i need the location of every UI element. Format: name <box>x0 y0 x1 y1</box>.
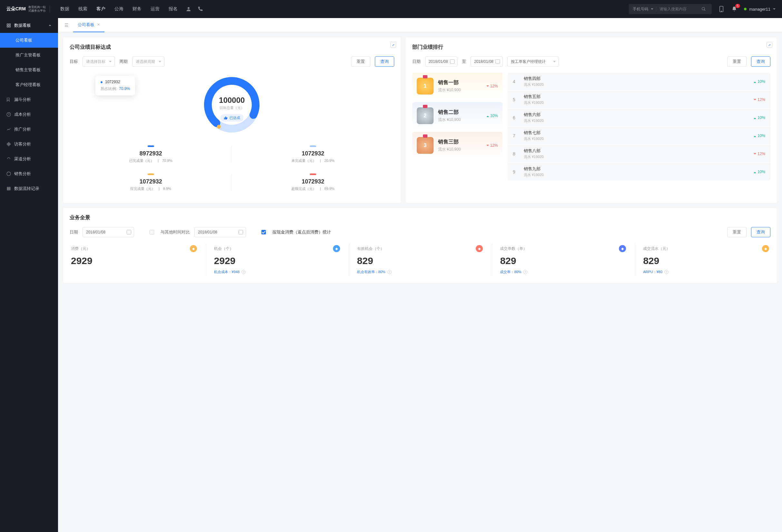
sidebar-item-数据流转记录[interactable]: 数据流转记录 <box>0 181 58 196</box>
reached-badge: 已达成 <box>220 114 243 121</box>
target-select[interactable]: 请选择目标 <box>82 57 115 67</box>
search-input[interactable] <box>656 7 702 11</box>
sidebar-item-成本分析[interactable]: 成本分析 <box>0 107 58 122</box>
gauge-total: 100000 <box>70 96 394 105</box>
logo-subtitle-1: 教育机构一站 <box>28 5 46 9</box>
stat-cell: 8972932已完成量（元） | 70.9% <box>70 140 232 168</box>
nav-数据[interactable]: 数据 <box>60 6 69 12</box>
search-box: 手机号码 <box>629 4 712 14</box>
nav-财务[interactable]: 财务 <box>133 6 142 12</box>
card-dept-ranking: ⤢ 部门业绩排行 日期 2018/01/08 至 2018/01/08 按工单客… <box>406 37 777 203</box>
query-button[interactable]: 查询 <box>375 57 394 67</box>
nav-报名[interactable]: 报名 <box>169 6 178 12</box>
sidebar-item-漏斗分析[interactable]: 漏斗分析 <box>0 92 58 107</box>
search-button[interactable] <box>702 7 712 11</box>
gauge-total-label: 目标总量（元） <box>70 105 394 110</box>
query-button[interactable]: 查询 <box>751 227 771 237</box>
date-from-input[interactable]: 2018/01/08 <box>425 57 457 67</box>
sidebar-item-销售分析[interactable]: 销售分析 <box>0 166 58 181</box>
tooltip-ratio: 70.9% <box>119 86 130 91</box>
overview-cell: 消费（元）◆2929 <box>70 243 198 276</box>
chart-tooltip: 1072932 所占比例:70.9% <box>96 76 135 96</box>
reset-button[interactable]: 重置 <box>727 57 747 67</box>
collapse-sidebar-icon[interactable]: ☰ <box>62 23 71 28</box>
sidebar: 数据看板 公司看板推广主管看板销售主管看板客户经理看板 漏斗分析成本分析推广分析… <box>0 18 58 532</box>
reset-button[interactable]: 重置 <box>727 227 747 237</box>
sidebar-item-推广分析[interactable]: 推广分析 <box>0 122 58 137</box>
svg-point-1 <box>702 7 705 10</box>
rank-row: 9销售九部流水 ¥1902010% <box>508 163 771 181</box>
date-to-input[interactable]: 2018/01/08 <box>471 57 503 67</box>
cash-label: 按现金消费（返点后消费）统计 <box>272 229 331 235</box>
tab-bar: ☰ 公司看板 ✕ <box>58 18 782 32</box>
compare-label: 与其他时间对比 <box>161 229 190 235</box>
svg-point-0 <box>188 7 189 9</box>
logo-text: 云朵CRM <box>6 6 26 12</box>
date-label: 日期 <box>412 59 421 65</box>
tab-label: 公司看板 <box>78 22 95 28</box>
svg-rect-7 <box>9 26 10 27</box>
rank-card: 2销售二部流水 ¥10,90010% <box>412 102 502 129</box>
compare-checkbox[interactable] <box>149 230 154 235</box>
notification-badge: 5 <box>735 4 740 8</box>
bell-icon[interactable]: 5 <box>731 6 738 12</box>
overview-cell: 成交单数（单）◆829成交率：80%? <box>492 243 627 276</box>
rank-row: 8销售八部流水 ¥1902012% <box>508 144 771 163</box>
cash-checkbox[interactable] <box>261 230 266 235</box>
sidebar-item-推广主管看板[interactable]: 推广主管看板 <box>0 48 58 63</box>
overview-cell: 机会（个）◆2929机会成本：¥948? <box>206 243 341 276</box>
compare-date-input[interactable]: 2018/01/08 <box>194 227 246 237</box>
sidebar-item-访客分析[interactable]: 访客分析 <box>0 137 58 151</box>
topbar: 云朵CRM 教育机构一站 式服务云平台 数据线索客户公海财务运营报名 手机号码 … <box>0 0 782 18</box>
user-chip[interactable]: manager11 <box>744 7 776 11</box>
nav-运营[interactable]: 运营 <box>150 6 159 12</box>
svg-point-3 <box>721 11 722 11</box>
sidebar-group-dashboard[interactable]: 数据看板 <box>0 18 58 33</box>
card-title: 业务全景 <box>70 214 771 221</box>
tooltip-value: 1072932 <box>105 80 120 84</box>
status-dot <box>744 8 747 10</box>
svg-rect-5 <box>9 24 10 25</box>
search-type-select[interactable]: 手机号码 <box>629 6 656 12</box>
device-icon[interactable] <box>718 6 724 12</box>
query-button[interactable]: 查询 <box>751 57 771 67</box>
main-content: ☰ 公司看板 ✕ ⤢ 公司业绩目标达成 目标 请选择目标 周期 请选择周期 重置… <box>58 18 782 532</box>
stat-cell: 1072932超额完成（元） | 89.9% <box>232 168 394 197</box>
nav-公海[interactable]: 公海 <box>114 6 123 12</box>
svg-rect-4 <box>7 24 8 25</box>
groupby-select[interactable]: 按工单客户经理统计 <box>507 57 559 67</box>
card-title: 部门业绩排行 <box>412 44 771 50</box>
chevron-down-icon <box>773 8 776 11</box>
sidebar-item-公司看板[interactable]: 公司看板 <box>0 33 58 48</box>
rank-card: 3销售三部流水 ¥10,90012% <box>412 132 502 159</box>
sidebar-item-销售主管看板[interactable]: 销售主管看板 <box>0 63 58 77</box>
top-nav: 数据线索客户公海财务运营报名 <box>60 6 178 12</box>
tab-close-icon[interactable]: ✕ <box>97 23 100 27</box>
sidebar-item-客户经理看板[interactable]: 客户经理看板 <box>0 77 58 92</box>
user-icon[interactable] <box>185 6 192 12</box>
stat-cell: 1072932应完成量（元） | 8.9% <box>70 168 232 197</box>
card-business-overview: 业务全景 日期 2018/01/08 与其他时间对比 2018/01/08 按现… <box>63 208 777 283</box>
tab-company-board[interactable]: 公司看板 ✕ <box>73 18 104 32</box>
sidebar-item-渠道分析[interactable]: 渠道分析 <box>0 151 58 166</box>
svg-rect-6 <box>7 26 8 27</box>
user-name: manager11 <box>749 7 771 11</box>
phone-icon[interactable] <box>197 6 203 12</box>
svg-point-10 <box>217 125 221 129</box>
expand-icon[interactable]: ⤢ <box>390 42 396 48</box>
chevron-up-icon <box>48 24 51 27</box>
overview-cell: 有效机会（个）◆829机会有效率：80%? <box>349 243 485 276</box>
logo: 云朵CRM 教育机构一站 式服务云平台 <box>6 5 50 12</box>
date-input[interactable]: 2018/01/08 <box>82 227 134 237</box>
period-select[interactable]: 请选择周期 <box>132 57 165 67</box>
reset-button[interactable]: 重置 <box>351 57 370 67</box>
rank-row: 6销售六部流水 ¥1902010% <box>508 108 771 127</box>
date-to-label: 至 <box>462 59 466 65</box>
rank-row: 5销售五部流水 ¥1902012% <box>508 90 771 108</box>
nav-客户[interactable]: 客户 <box>96 6 105 12</box>
target-label: 目标 <box>70 59 78 65</box>
nav-线索[interactable]: 线索 <box>78 6 87 12</box>
expand-icon[interactable]: ⤢ <box>767 42 772 48</box>
rank-row: 7销售七部流水 ¥1902010% <box>508 127 771 144</box>
period-label: 周期 <box>119 59 128 65</box>
